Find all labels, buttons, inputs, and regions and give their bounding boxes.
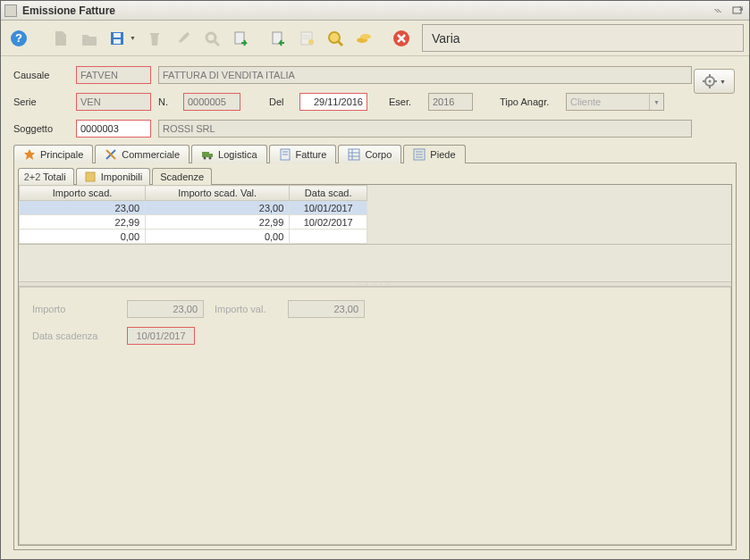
cell-importo-val: 0,00 <box>146 230 290 244</box>
svg-point-33 <box>209 157 212 160</box>
tab-label: Piede <box>430 149 455 160</box>
svg-rect-5 <box>114 39 121 44</box>
brush-button[interactable] <box>171 25 196 52</box>
note-button[interactable] <box>294 25 319 52</box>
tab-logistica[interactable]: Logistica <box>191 145 266 163</box>
cell-importo-val: 23,00 <box>146 201 290 215</box>
table-row[interactable]: 0,00 0,00 <box>20 230 367 244</box>
detail-importo-val[interactable]: 23,00 <box>288 300 365 318</box>
soggetto-field[interactable]: 0000003 <box>76 120 151 138</box>
svg-marker-27 <box>24 149 35 160</box>
soggetto-label: Soggetto <box>13 123 69 134</box>
tab-panel-piede: 2+2Totali Imponibili Scadenze Importo sc… <box>13 163 737 550</box>
causale-field[interactable]: FATVEN <box>76 66 151 84</box>
settings-button[interactable]: ▼ <box>694 69 735 94</box>
star-icon <box>23 148 36 161</box>
minimize-button[interactable] <box>711 4 727 17</box>
sub-tabs: 2+2Totali Imponibili Scadenze <box>18 167 732 184</box>
tab-label: Corpo <box>365 149 392 160</box>
numero-field[interactable]: 0000005 <box>183 93 240 111</box>
detail-data[interactable]: 10/01/2017 <box>127 327 195 345</box>
causale-label: Causale <box>13 70 69 80</box>
tipoan-field[interactable]: Cliente ▼ <box>566 93 664 111</box>
svg-rect-31 <box>209 154 213 157</box>
main-tabs: Principale Commerciale Logistica Fatture… <box>1 144 749 163</box>
tab-fatture[interactable]: Fatture <box>269 145 337 163</box>
tab-piede[interactable]: Piede <box>403 145 465 163</box>
cell-importo-val: 22,99 <box>146 215 290 230</box>
grid-icon <box>348 148 360 161</box>
sum-icon: 2+2 <box>26 171 38 183</box>
subtab-label: Imponibili <box>101 171 142 182</box>
tax-icon <box>84 171 97 183</box>
app-icon <box>4 4 17 17</box>
table-row[interactable]: 22,99 22,99 10/02/2017 <box>20 215 367 230</box>
new-button[interactable] <box>47 25 72 52</box>
detail-importo[interactable]: 23,00 <box>127 300 204 318</box>
detail-importo-val-label: Importo val. <box>215 304 277 314</box>
subtab-totali[interactable]: 2+2Totali <box>18 168 74 185</box>
zoom-button[interactable] <box>323 25 348 52</box>
open-button[interactable] <box>76 25 101 52</box>
search-button[interactable] <box>199 25 224 52</box>
svg-text:?: ? <box>15 31 22 45</box>
tab-label: Fatture <box>296 149 327 160</box>
eser-field[interactable]: 2016 <box>428 93 473 111</box>
cell-data: 10/02/2017 <box>290 215 367 230</box>
cell-data <box>290 230 367 244</box>
window-title: Emissione Fatture <box>22 4 708 17</box>
subtab-label: Totali <box>43 171 66 182</box>
tab-principale[interactable]: Principale <box>13 145 93 163</box>
close-button[interactable] <box>389 25 414 52</box>
serie-label: Serie <box>13 96 69 107</box>
chevron-down-icon: ▼ <box>720 79 726 85</box>
tab-label: Commerciale <box>122 149 180 160</box>
cell-importo: 22,99 <box>20 215 146 230</box>
export-button[interactable] <box>228 25 253 52</box>
cell-data: 10/01/2017 <box>290 201 367 215</box>
cell-importo: 23,00 <box>20 201 146 215</box>
col-importo-val[interactable]: Importo scad. Val. <box>146 186 290 201</box>
tools-icon <box>105 148 117 161</box>
gear-icon <box>703 74 717 88</box>
status-label: Varia <box>422 24 744 52</box>
tab-label: Logistica <box>218 149 257 160</box>
eser-label: Eser. <box>389 96 421 107</box>
save-dropdown-arrow[interactable]: ▼ <box>130 35 139 41</box>
detail-panel: Importo 23,00 Importo val. 23,00 Data sc… <box>19 287 731 545</box>
cell-importo: 0,00 <box>20 230 146 244</box>
delete-button[interactable] <box>142 25 167 52</box>
soggetto-desc: ROSSI SRL <box>158 120 692 138</box>
tab-label: Principale <box>40 149 83 160</box>
tab-corpo[interactable]: Corpo <box>338 145 401 163</box>
tab-commerciale[interactable]: Commerciale <box>95 145 190 163</box>
svg-point-32 <box>204 157 206 160</box>
detail-data-label: Data scadenza <box>32 330 116 341</box>
svg-line-7 <box>215 41 219 46</box>
subtab-imponibili[interactable]: Imponibili <box>76 168 150 185</box>
svg-line-15 <box>338 41 342 46</box>
maximize-button[interactable] <box>729 4 746 17</box>
col-data[interactable]: Data scad. <box>290 186 367 201</box>
subtab-scadenze[interactable]: Scadenze <box>152 168 212 185</box>
del-field[interactable]: 29/11/2016 <box>299 93 367 111</box>
subpanel-scadenze: Importo scad. Importo scad. Val. Data sc… <box>18 184 732 546</box>
table-row[interactable]: 23,00 23,00 10/01/2017 <box>20 201 367 215</box>
scadenze-grid[interactable]: Importo scad. Importo scad. Val. Data sc… <box>19 185 731 281</box>
form-header: Causale FATVEN FATTURA DI VENDITA ITALIA… <box>1 56 749 144</box>
list-icon <box>413 148 426 161</box>
svg-point-17 <box>360 34 371 39</box>
svg-rect-4 <box>114 33 121 38</box>
svg-point-6 <box>206 33 215 42</box>
serie-field[interactable]: VEN <box>76 93 151 111</box>
import-button[interactable] <box>265 25 291 52</box>
coins-button[interactable] <box>351 25 376 52</box>
col-importo[interactable]: Importo scad. <box>20 186 146 201</box>
svg-rect-45 <box>86 172 95 181</box>
save-button[interactable] <box>105 25 130 52</box>
tipoan-label: Tipo Anagr. <box>500 96 559 107</box>
detail-importo-label: Importo <box>32 304 116 314</box>
del-label: Del <box>269 96 292 107</box>
svg-rect-30 <box>202 152 209 157</box>
help-button[interactable]: ? <box>6 25 31 52</box>
